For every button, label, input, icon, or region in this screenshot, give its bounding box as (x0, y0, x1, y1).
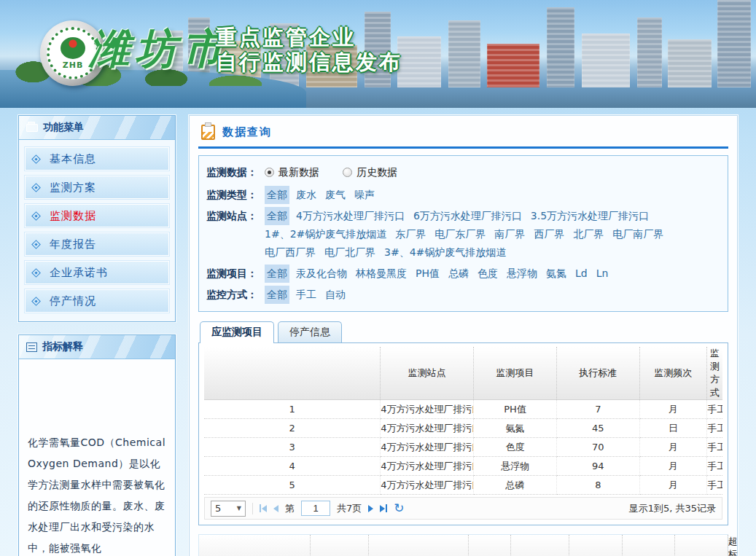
sidebar-menu-item[interactable]: 停产情况 (25, 289, 169, 313)
table-header-cell: 监测类型 (511, 535, 569, 556)
compass-diamond-icon (31, 240, 41, 249)
row-number: 2 (204, 419, 381, 438)
radio-option-label: 历史数据 (356, 163, 397, 181)
cell-project: 悬浮物 (474, 457, 557, 476)
filter-row-type: 监测类型： 全部废水废气噪声 (206, 186, 717, 204)
radio-option[interactable]: 历史数据 (343, 163, 397, 181)
tab[interactable]: 停产信息 (278, 321, 342, 343)
table-header-row: 监测站点监测项目执行标准监测频次监测方式 (204, 347, 722, 400)
table-header-cell: 监测站点 (381, 347, 474, 400)
filter-link[interactable]: 电厂北厂界 (324, 243, 375, 262)
filter-link[interactable]: 手工 (296, 286, 316, 304)
table-row[interactable]: 4 4万方污水处理厂排污口 悬浮物 94 月 手工 (204, 457, 722, 476)
filter-link[interactable]: 悬浮物 (507, 265, 537, 283)
filter-label-station: 监测站点： (206, 207, 265, 262)
banner-city-title: 潍坊市 (89, 22, 229, 77)
sidebar-menu-item[interactable]: 监测方案 (25, 176, 169, 199)
menu-item-label: 停产情况 (50, 294, 96, 308)
filter-link[interactable]: 东厂界 (395, 225, 426, 243)
filter-link[interactable]: 自动 (325, 286, 346, 304)
filter-link[interactable]: 6万方污水处理厂排污口 (413, 207, 522, 225)
cell-method: 手工 (707, 419, 722, 438)
cell-station: 4万方污水处理厂排污口 (381, 400, 474, 419)
sidebar-menu-item[interactable]: 监测数据 (25, 204, 169, 227)
sidebar-menu-item[interactable]: 年度报告 (25, 232, 169, 256)
filter-link[interactable]: 氨氮 (546, 265, 566, 283)
filter-link[interactable]: 电厂西厂界 (265, 243, 316, 262)
radio-option-label: 最新数据 (278, 163, 319, 181)
filter-link[interactable]: 全部 (265, 186, 289, 204)
cell-station: 4万方污水处理厂排污口 (381, 476, 474, 495)
filter-link[interactable]: 全部 (265, 265, 289, 283)
filter-link[interactable]: 汞及化合物 (296, 265, 347, 283)
filter-link[interactable]: 4万方污水处理厂排污口 (296, 207, 405, 225)
radio-option[interactable]: 最新数据 (265, 163, 319, 181)
banner-title-line2: 自行监测信息发布 (216, 51, 402, 74)
first-page-button[interactable] (260, 504, 267, 512)
filter-link[interactable]: PH值 (416, 265, 440, 283)
tab[interactable]: 应监测项目 (200, 321, 274, 343)
sidebar-menu-item[interactable]: 企业承诺书 (25, 261, 169, 284)
cell-station: 4万方污水处理厂排污口 (381, 419, 474, 438)
filter-link[interactable]: 1#、2#锅炉废气排放烟道 (265, 225, 386, 243)
filter-link[interactable]: 电厂南厂界 (612, 225, 663, 243)
filter-link[interactable]: Ln (596, 265, 609, 283)
table-header-cell: 监测项目 (474, 347, 557, 400)
page-number-input[interactable] (301, 501, 330, 516)
filter-link[interactable]: 西厂界 (534, 225, 564, 243)
filter-link[interactable]: 3#、4#锅炉废气排放烟道 (384, 243, 506, 262)
page-title: 数据查询 (222, 125, 272, 139)
filter-link[interactable]: 全部 (265, 207, 289, 225)
table-row[interactable]: 5 4万方污水处理厂排污口 总磷 8 月 手工 (204, 476, 722, 495)
menu-item-label: 监测数据 (50, 209, 96, 223)
table-header-cell: 监测频次 (639, 347, 706, 400)
filter-link[interactable]: 南厂界 (494, 225, 525, 243)
filter-links-method: 全部手工自动 (265, 286, 717, 304)
filter-box: 监测数据： 最新数据 历史数据 监 (198, 155, 728, 312)
filter-link[interactable]: Ld (575, 265, 588, 283)
cell-frequency: 月 (639, 457, 706, 476)
table-row[interactable]: 2 4万方污水处理厂排污口 氨氮 45 日 手工 (204, 419, 722, 438)
filter-label-type: 监测类型： (206, 186, 265, 204)
next-page-button[interactable] (368, 505, 373, 512)
indicator-explain-header: 指标解释 (19, 335, 175, 359)
refresh-icon[interactable]: ↻ (394, 502, 404, 514)
radio-icon[interactable] (343, 168, 352, 177)
filter-link[interactable]: 色度 (478, 265, 498, 283)
prev-page-button[interactable] (273, 505, 278, 512)
table-header-cell: 监测站点 (310, 535, 368, 556)
filter-link[interactable]: 全部 (265, 286, 289, 304)
filter-link[interactable]: 废水 (296, 186, 316, 204)
monitor-data-table: 监测站点监测项目监测时间监测类型监测频次监测值执行标准超标倍数 1 1#、2#锅… (199, 535, 728, 556)
banner-titles: 重点监管企业 自行监测信息发布 (216, 26, 402, 74)
cell-standard: 8 (556, 476, 639, 495)
last-page-button[interactable] (380, 504, 387, 512)
filter-link[interactable]: 3.5万方污水处理厂排污口 (531, 207, 649, 225)
cell-frequency: 月 (639, 476, 706, 495)
filter-link[interactable]: 林格曼黑度 (356, 265, 407, 283)
filter-link[interactable]: 总磷 (448, 265, 469, 283)
filter-link[interactable]: 废气 (325, 186, 346, 204)
cell-project: 总磷 (474, 476, 557, 495)
cell-frequency: 月 (639, 438, 706, 457)
sidebar: 功能菜单 基本信息 监测方案 监测数据 (18, 115, 176, 556)
page-size-select[interactable]: 5 ▼ (211, 501, 246, 517)
filter-link[interactable]: 北厂界 (573, 225, 604, 243)
filter-link[interactable]: 电厂东厂界 (434, 225, 486, 243)
indicator-explain-body: 化学需氧量COD（Chemical Oxygen Demand）是以化学方法测量… (19, 359, 175, 556)
banner: ZHB 潍坊市 重点监管企业 自行监测信息发布 (0, 0, 756, 108)
filter-link[interactable]: 噪声 (354, 186, 375, 204)
table-row[interactable]: 1 4万方污水处理厂排污口 PH值 7 月 手工 (204, 400, 722, 419)
function-menu-header: 功能菜单 (19, 116, 175, 140)
cell-frequency: 月 (639, 400, 706, 419)
filter-links-station: 全部4万方污水处理厂排污口6万方污水处理厂排污口3.5万方污水处理厂排污口1#、… (265, 207, 717, 262)
menu-item-label: 年度报告 (50, 238, 96, 251)
menu-item-label: 企业承诺书 (50, 266, 108, 280)
table-header-cell: 监测值 (622, 535, 675, 556)
table-header-cell: 监测频次 (569, 535, 623, 556)
radio-icon[interactable] (265, 168, 274, 177)
table-row[interactable]: 3 4万方污水处理厂排污口 色度 70 月 手工 (204, 438, 722, 457)
filter-links-project: 全部汞及化合物林格曼黑度PH值总磷色度悬浮物氨氮LdLn (265, 265, 717, 283)
sidebar-menu-item[interactable]: 基本信息 (25, 147, 169, 171)
cell-station: 4万方污水处理厂排污口 (381, 438, 474, 457)
